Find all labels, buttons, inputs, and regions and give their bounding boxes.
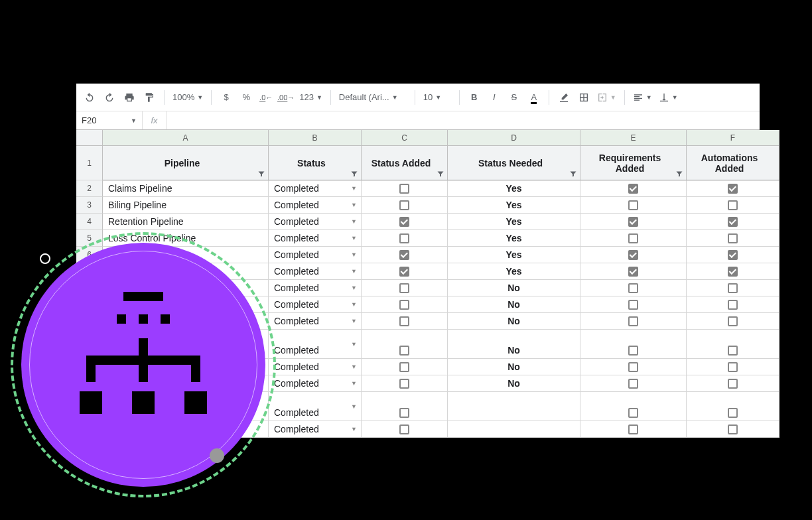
paint-format-button[interactable]	[140, 88, 159, 107]
cell-status[interactable]: Completed▼	[269, 230, 362, 247]
checkbox[interactable]	[399, 362, 409, 372]
cell-status[interactable]: Completed▼	[269, 214, 362, 230]
status-dropdown-icon[interactable]: ▼	[351, 235, 357, 241]
cell-status-needed[interactable]: No	[448, 359, 580, 375]
checkbox[interactable]	[728, 283, 738, 293]
cell-automations-added[interactable]	[687, 375, 779, 392]
checkbox[interactable]	[399, 283, 409, 293]
status-dropdown-icon[interactable]: ▼	[351, 318, 357, 324]
cell-status-added[interactable]	[362, 280, 448, 296]
cell-requirements-added[interactable]	[580, 280, 687, 296]
checkbox[interactable]	[628, 346, 638, 356]
checkbox[interactable]	[728, 316, 738, 326]
font-family-dropdown[interactable]: Default (Ari...▼	[336, 92, 409, 102]
cell-status-needed[interactable]: No	[448, 330, 580, 359]
status-dropdown-icon[interactable]: ▼	[351, 185, 357, 192]
select-all-corner[interactable]	[76, 130, 103, 146]
column-header-A[interactable]: A	[103, 130, 269, 146]
checkbox[interactable]	[399, 184, 409, 194]
cell-status-needed[interactable]: No	[448, 280, 580, 296]
status-dropdown-icon[interactable]: ▼	[351, 202, 357, 208]
cell-status-added[interactable]	[362, 392, 448, 421]
zoom-dropdown[interactable]: 100%▼	[170, 92, 206, 102]
status-dropdown-icon[interactable]: ▼	[351, 301, 357, 308]
more-formats-dropdown[interactable]: 123▼	[297, 92, 325, 102]
cell-requirements-added[interactable]	[580, 313, 687, 330]
filter-icon[interactable]	[350, 169, 358, 177]
cell-status[interactable]: Completed▼	[269, 197, 362, 214]
filter-icon[interactable]	[569, 169, 577, 177]
checkbox[interactable]	[399, 346, 409, 356]
checkbox[interactable]	[728, 424, 738, 434]
header-cell-status-added[interactable]: Status Added	[362, 146, 448, 180]
checkbox[interactable]	[399, 233, 409, 243]
cell-status-added[interactable]	[362, 214, 448, 230]
checkbox[interactable]	[628, 184, 638, 194]
cell-status-added[interactable]	[362, 421, 448, 438]
cell-status[interactable]: Completed▼	[269, 296, 362, 313]
cell-pipeline[interactable]: Retention Pipeline	[103, 214, 269, 230]
row-header[interactable]: 4	[76, 214, 103, 230]
status-dropdown-icon[interactable]: ▼	[351, 380, 357, 387]
cell-automations-added[interactable]	[687, 359, 779, 375]
cell-status[interactable]: Completed▼	[269, 180, 362, 197]
cell-requirements-added[interactable]	[580, 330, 687, 359]
percent-format-button[interactable]: %	[237, 88, 255, 107]
cell-status-needed[interactable]: Yes	[448, 180, 580, 197]
font-size-dropdown[interactable]: 10▼	[421, 92, 454, 102]
cell-requirements-added[interactable]	[580, 263, 687, 280]
cell-status[interactable]: Completed▼	[269, 421, 362, 438]
borders-button[interactable]	[575, 88, 593, 107]
cell-status-added[interactable]	[362, 330, 448, 359]
checkbox[interactable]	[399, 250, 409, 260]
checkbox[interactable]	[728, 379, 738, 389]
cell-status[interactable]: Completed▼	[269, 280, 362, 296]
checkbox[interactable]	[628, 267, 638, 277]
checkbox[interactable]	[399, 424, 409, 434]
cell-requirements-added[interactable]	[580, 230, 687, 247]
cell-status[interactable]: Completed▼	[269, 330, 362, 359]
decrease-decimal-button[interactable]: .0←	[257, 88, 275, 107]
cell-requirements-added[interactable]	[580, 180, 687, 197]
cell-status-added[interactable]	[362, 263, 448, 280]
cell-status-needed[interactable]: Yes	[448, 214, 580, 230]
checkbox[interactable]	[728, 408, 738, 418]
cell-requirements-added[interactable]	[580, 375, 687, 392]
cell-status-needed[interactable]: No	[448, 313, 580, 330]
header-cell-status-needed[interactable]: Status Needed	[448, 146, 580, 180]
cell-requirements-added[interactable]	[580, 392, 687, 421]
cell-status[interactable]: Completed▼	[269, 313, 362, 330]
row-header[interactable]: 2	[76, 180, 103, 197]
checkbox[interactable]	[399, 217, 409, 227]
checkbox[interactable]	[728, 300, 738, 310]
cell-automations-added[interactable]	[687, 296, 779, 313]
checkbox[interactable]	[399, 408, 409, 418]
cell-requirements-added[interactable]	[580, 197, 687, 214]
italic-button[interactable]: I	[485, 88, 504, 107]
cell-status-added[interactable]	[362, 180, 448, 197]
cell-status-needed[interactable]: No	[448, 296, 580, 313]
status-dropdown-icon[interactable]: ▼	[351, 268, 357, 275]
checkbox[interactable]	[628, 250, 638, 260]
status-dropdown-icon[interactable]: ▼	[351, 341, 357, 348]
cell-status-added[interactable]	[362, 230, 448, 247]
cell-status[interactable]: Completed▼	[269, 375, 362, 392]
cell-pipeline[interactable]: Claims Pipeline	[103, 180, 269, 197]
checkbox[interactable]	[399, 316, 409, 326]
currency-format-button[interactable]: $	[217, 88, 236, 107]
name-box[interactable]: F20 ▼	[76, 111, 143, 129]
strikethrough-button[interactable]: S	[505, 88, 523, 107]
row-header-1[interactable]: 1	[76, 146, 103, 180]
cell-status-needed[interactable]: Yes	[448, 263, 580, 280]
cell-status-needed[interactable]: No	[448, 375, 580, 392]
header-cell-pipeline[interactable]: Pipeline	[103, 146, 269, 180]
checkbox[interactable]	[628, 300, 638, 310]
text-color-button[interactable]: A	[525, 88, 543, 107]
horizontal-align-button[interactable]: ▼	[630, 92, 655, 103]
cell-requirements-added[interactable]	[580, 247, 687, 263]
checkbox[interactable]	[628, 379, 638, 389]
cell-requirements-added[interactable]	[580, 214, 687, 230]
column-header-C[interactable]: C	[362, 130, 448, 146]
filter-icon[interactable]	[257, 169, 265, 177]
header-cell-requirements-added[interactable]: Requirements Added	[580, 146, 687, 180]
